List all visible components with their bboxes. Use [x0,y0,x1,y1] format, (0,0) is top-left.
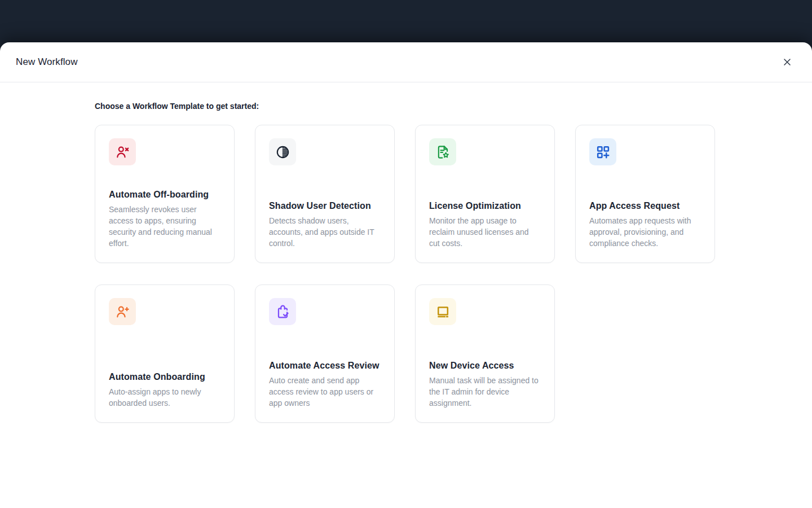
template-description: Monitor the app usage to reclaim unused … [429,215,541,249]
modal-body: Choose a Workflow Template to get starte… [0,82,812,445]
template-description: Auto create and send app access review t… [269,375,381,409]
template-card-text: Shadow User DetectionDetects shadow user… [269,201,381,249]
grid-plus-icon [589,138,616,165]
template-card-text: New Device AccessManual task will be ass… [429,361,541,409]
template-card-automate-onboarding[interactable]: Automate OnboardingAuto-assign apps to n… [95,284,235,423]
page-backdrop [0,0,812,42]
template-card-app-access-request[interactable]: App Access RequestAutomates app requests… [575,125,715,263]
template-description: Seamlessly revokes user access to apps, … [109,204,220,249]
template-description: Automates app requests with approval, pr… [589,215,701,249]
user-plus-icon [109,298,136,325]
new-workflow-modal: New Workflow Choose a Workflow Template … [0,42,812,508]
template-title: New Device Access [429,361,541,371]
close-icon [782,57,792,67]
template-card-shadow-user-detection[interactable]: Shadow User DetectionDetects shadow user… [255,125,395,263]
template-card-automate-access-review[interactable]: Automate Access ReviewAuto create and se… [255,284,395,423]
template-description: Manual task will be assigned to the IT a… [429,375,541,409]
shadow-circle-icon [269,138,296,165]
template-description: Detects shadow users, accounts, and apps… [269,215,381,249]
template-chooser-heading: Choose a Workflow Template to get starte… [95,102,717,111]
modal-title: New Workflow [16,56,78,68]
modal-header: New Workflow [0,42,812,82]
template-card-license-optimization[interactable]: License OptimizationMonitor the app usag… [415,125,555,263]
document-star-icon [429,138,456,165]
template-title: Automate Onboarding [109,372,220,382]
template-title: Automate Off-boarding [109,190,220,200]
template-title: App Access Request [589,201,701,211]
template-card-new-device-access[interactable]: New Device AccessManual task will be ass… [415,284,555,423]
template-title: License Optimization [429,201,541,211]
template-card-automate-off-boarding[interactable]: Automate Off-boardingSeamlessly revokes … [95,125,235,263]
monitor-icon [429,298,456,325]
template-grid: Automate Off-boardingSeamlessly revokes … [95,125,717,423]
template-title: Shadow User Detection [269,201,381,211]
clipboard-check-icon [269,298,296,325]
template-card-text: Automate Off-boardingSeamlessly revokes … [109,190,220,249]
template-description: Auto-assign apps to newly onboarded user… [109,386,220,409]
template-card-text: License OptimizationMonitor the app usag… [429,201,541,249]
template-card-text: Automate Access ReviewAuto create and se… [269,361,381,409]
template-title: Automate Access Review [269,361,381,371]
user-x-icon [109,138,136,165]
close-button[interactable] [778,53,796,71]
template-card-text: Automate OnboardingAuto-assign apps to n… [109,372,220,409]
template-card-text: App Access RequestAutomates app requests… [589,201,701,249]
